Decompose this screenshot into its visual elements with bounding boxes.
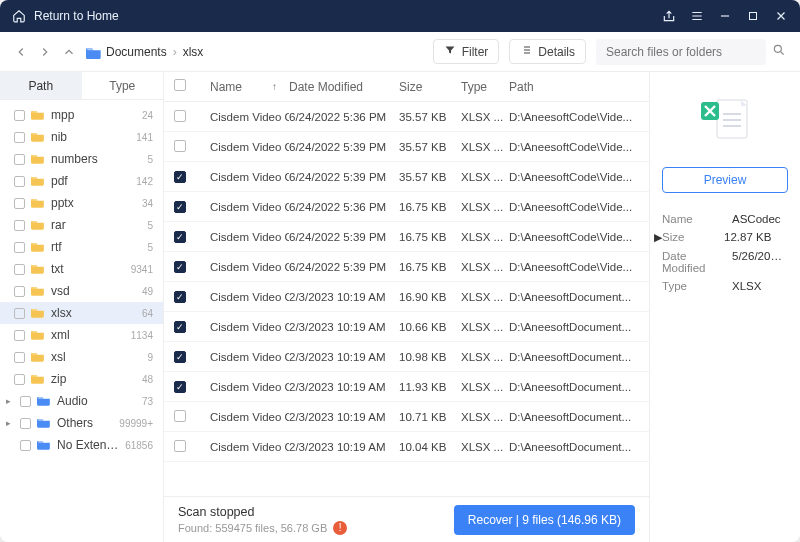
nav-back-icon[interactable] xyxy=(14,45,28,59)
row-checkbox[interactable] xyxy=(174,381,186,393)
row-checkbox[interactable] xyxy=(174,110,186,122)
checkbox[interactable] xyxy=(14,242,25,253)
checkbox[interactable] xyxy=(20,440,31,451)
checkbox[interactable] xyxy=(14,110,25,121)
preview-button[interactable]: Preview xyxy=(662,167,788,193)
sidebar-item-xml[interactable]: xml1134 xyxy=(0,324,163,346)
sidebar-item-mpp[interactable]: mpp24 xyxy=(0,104,163,126)
col-size[interactable]: Size xyxy=(399,80,461,94)
sidebar-item-count: 73 xyxy=(142,396,153,407)
file-row[interactable]: Cisdem Video Converter 7.0-...2/3/2023 1… xyxy=(164,312,649,342)
checkbox[interactable] xyxy=(20,396,31,407)
file-row[interactable]: Cisdem Video Converter 5.0.0...6/24/2022… xyxy=(164,192,649,222)
col-date[interactable]: Date Modified xyxy=(289,80,399,94)
checkbox[interactable] xyxy=(14,308,25,319)
row-checkbox[interactable] xyxy=(174,410,186,422)
sidebar-category-no-extension[interactable]: No Extension61856 xyxy=(0,434,163,456)
sidebar-item-nib[interactable]: nib141 xyxy=(0,126,163,148)
sidebar-tree[interactable]: mpp24nib141numbers5pdf142pptx34rar5rtf5t… xyxy=(0,100,163,542)
return-home-link[interactable]: Return to Home xyxy=(34,9,119,23)
tab-path[interactable]: Path xyxy=(0,72,82,99)
row-checkbox[interactable] xyxy=(174,171,186,183)
info-name-key: Name xyxy=(662,213,732,225)
nav-up-icon[interactable] xyxy=(62,45,76,59)
filter-button[interactable]: Filter xyxy=(433,39,500,64)
share-icon[interactable] xyxy=(662,9,676,23)
maximize-icon[interactable] xyxy=(746,9,760,23)
minimize-icon[interactable] xyxy=(718,9,732,23)
breadcrumb[interactable]: Documents › xlsx xyxy=(86,45,203,59)
checkbox[interactable] xyxy=(14,198,25,209)
sidebar-item-xlsx[interactable]: xlsx64 xyxy=(0,302,163,324)
file-list[interactable]: Cisdem Video Converter 4.8.0...6/24/2022… xyxy=(164,102,649,496)
cell-type: XLSX ... xyxy=(461,231,509,243)
row-checkbox[interactable] xyxy=(174,291,186,303)
search-input[interactable] xyxy=(596,39,766,65)
file-row[interactable]: Cisdem Video Converter 4.8.0...6/24/2022… xyxy=(164,162,649,192)
col-path[interactable]: Path xyxy=(509,80,639,94)
sidebar-item-vsd[interactable]: vsd49 xyxy=(0,280,163,302)
row-checkbox[interactable] xyxy=(174,201,186,213)
tab-type[interactable]: Type xyxy=(82,72,164,99)
row-checkbox[interactable] xyxy=(174,351,186,363)
sidebar-item-label: rtf xyxy=(51,240,141,254)
sidebar-item-rar[interactable]: rar5 xyxy=(0,214,163,236)
checkbox[interactable] xyxy=(14,374,25,385)
search-icon[interactable] xyxy=(772,43,786,60)
sidebar-category-others[interactable]: ▸Others99999+ xyxy=(0,412,163,434)
sidebar-item-txt[interactable]: txt9341 xyxy=(0,258,163,280)
col-type[interactable]: Type xyxy=(461,80,509,94)
scan-status-title: Scan stopped xyxy=(178,505,347,519)
checkbox[interactable] xyxy=(14,330,25,341)
file-row[interactable]: Cisdem Video Converter 5.0.0...6/24/2022… xyxy=(164,252,649,282)
checkbox[interactable] xyxy=(14,220,25,231)
checkbox[interactable] xyxy=(14,352,25,363)
file-row[interactable]: Cisdem Video Converter 7.1-...2/3/2023 1… xyxy=(164,432,649,462)
sidebar-item-pdf[interactable]: pdf142 xyxy=(0,170,163,192)
cell-path: D:\AneesoftDocument... xyxy=(509,351,639,363)
recover-button[interactable]: Recover | 9 files (146.96 KB) xyxy=(454,505,635,535)
close-icon[interactable] xyxy=(774,9,788,23)
row-checkbox[interactable] xyxy=(174,231,186,243)
checkbox[interactable] xyxy=(14,176,25,187)
sidebar-item-pptx[interactable]: pptx34 xyxy=(0,192,163,214)
cell-type: XLSX ... xyxy=(461,171,509,183)
checkbox[interactable] xyxy=(14,132,25,143)
file-row[interactable]: Cisdem Video Converter 4.8.0...6/24/2022… xyxy=(164,102,649,132)
menu-icon[interactable] xyxy=(690,9,704,23)
row-checkbox[interactable] xyxy=(174,261,186,273)
col-name[interactable]: Name ↑ xyxy=(210,80,289,94)
cell-name: Cisdem Video Converter 7.0-... xyxy=(210,351,289,363)
row-checkbox[interactable] xyxy=(174,321,186,333)
sidebar-item-rtf[interactable]: rtf5 xyxy=(0,236,163,258)
file-row[interactable]: Cisdem Video Converter 4.8.0...6/24/2022… xyxy=(164,132,649,162)
play-icon[interactable]: ▶ xyxy=(654,231,662,244)
cell-date: 2/3/2023 10:19 AM xyxy=(289,441,399,453)
file-row[interactable]: Cisdem Video Converter 7.0-...2/3/2023 1… xyxy=(164,372,649,402)
checkbox[interactable] xyxy=(14,264,25,275)
file-row[interactable]: Cisdem Video Converter 7.0-...2/3/2023 1… xyxy=(164,342,649,372)
breadcrumb-item[interactable]: xlsx xyxy=(183,45,204,59)
checkbox[interactable] xyxy=(14,154,25,165)
file-row[interactable]: Cisdem Video Converter 5.0.0...6/24/2022… xyxy=(164,222,649,252)
nav-forward-icon[interactable] xyxy=(38,45,52,59)
titlebar: Return to Home xyxy=(0,0,800,32)
sidebar-item-numbers[interactable]: numbers5 xyxy=(0,148,163,170)
row-checkbox[interactable] xyxy=(174,140,186,152)
row-checkbox[interactable] xyxy=(174,440,186,452)
file-row[interactable]: Cisdem Video Converter 7.0-...2/3/2023 1… xyxy=(164,282,649,312)
details-button[interactable]: Details xyxy=(509,39,586,64)
sidebar-category-audio[interactable]: ▸Audio73 xyxy=(0,390,163,412)
chevron-right-icon[interactable]: ▸ xyxy=(6,396,14,406)
chevron-right-icon[interactable]: ▸ xyxy=(6,418,14,428)
breadcrumb-item[interactable]: Documents xyxy=(106,45,167,59)
checkbox[interactable] xyxy=(20,418,31,429)
info-date-val: 5/26/2022 5:42... xyxy=(732,250,788,274)
file-row[interactable]: Cisdem Video Converter 7.0-...2/3/2023 1… xyxy=(164,402,649,432)
home-icon[interactable] xyxy=(12,9,26,23)
checkbox[interactable] xyxy=(14,286,25,297)
sidebar-item-zip[interactable]: zip48 xyxy=(0,368,163,390)
sidebar-item-count: 48 xyxy=(142,374,153,385)
select-all-checkbox[interactable] xyxy=(174,79,186,91)
sidebar-item-xsl[interactable]: xsl9 xyxy=(0,346,163,368)
